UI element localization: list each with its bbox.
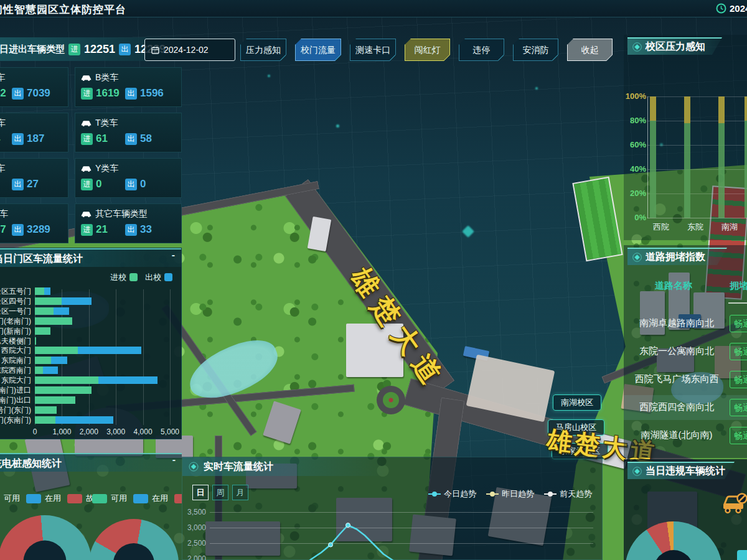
legend-label: 在用	[152, 493, 168, 504]
out-count: 3289	[27, 223, 50, 236]
y-axis	[647, 96, 648, 218]
out-badge: 出	[12, 179, 24, 190]
gate-name: 东院大门	[0, 376, 31, 385]
map-glow-dot	[535, 87, 538, 90]
column-congestion-index: 拥堵指数	[730, 280, 747, 292]
gate-chart-legend: 进校 出校	[110, 272, 172, 283]
map-glow-dot	[268, 75, 270, 77]
congestion-row[interactable]: 南湖隧道(北向南)畅通	[624, 423, 747, 448]
gate-bar-row: 逸夫楼侧门	[0, 337, 182, 347]
gridline	[647, 121, 747, 121]
realtime-line-chart	[182, 457, 603, 560]
y-tick-label: 20%	[624, 189, 646, 198]
congestion-panel-title: 道路拥堵指数	[646, 249, 705, 265]
app-header: 韧性智慧园区立体防控平台 2024	[0, 0, 747, 17]
congestion-row[interactable]: 西院西四舍南向北畅通	[624, 395, 747, 420]
road-name: 东院一公寓南向北	[627, 345, 726, 357]
in-badge: 进	[81, 179, 93, 190]
charging-pie-1	[0, 515, 92, 560]
gate-traffic-panel: 当日门区车流量统计 - 进校 出校 01,0002,0003,0004,0005…	[0, 248, 182, 439]
road-congestion-panel: 道路拥堵指数 道路名称 拥堵指数 南湖卓越路南向北畅通东院一公寓南向北畅通西院飞…	[624, 245, 747, 458]
charging-legend-item: 在用	[133, 493, 168, 504]
bar-in	[35, 386, 92, 394]
bar-in	[35, 376, 98, 384]
charging-legend-1: 可用在用故障	[0, 493, 102, 504]
bar-in	[35, 406, 57, 414]
car-icon	[81, 119, 92, 127]
gate-name: 东院南门	[0, 356, 31, 365]
toolbar-button[interactable]: 安消防	[513, 39, 558, 61]
in-total: 12251	[84, 43, 115, 56]
toolbar-button[interactable]: 违停	[459, 39, 504, 61]
minimize-button[interactable]: -	[172, 250, 175, 261]
roundabout	[377, 386, 405, 414]
diamond-icon	[632, 42, 642, 52]
bar-in	[35, 347, 78, 354]
pressure-bar	[745, 96, 747, 218]
legend-label: 可用	[4, 493, 20, 504]
in-count: 7052	[0, 87, 9, 100]
app-title: 韧性智慧园区立体防控平台	[0, 2, 126, 17]
y-tick-label: 100%	[624, 91, 646, 101]
in-badge: 进	[81, 133, 93, 145]
toolbar-button[interactable]: 收起	[567, 39, 613, 61]
gate-bar-row: 余区五号门	[0, 287, 182, 297]
y-tick-label: 80%	[624, 116, 646, 125]
bar-out	[51, 357, 67, 364]
bar-in	[35, 357, 51, 364]
vehicle-card: Y类车进0出0	[75, 158, 182, 198]
congestion-row[interactable]: 西院飞马广场东向西畅通	[624, 367, 747, 392]
gate-bar-row: 西院大门	[0, 346, 182, 356]
car-icon	[81, 165, 92, 172]
toolbar-button[interactable]: 校门流量	[295, 39, 341, 61]
legend-swatch	[133, 494, 148, 503]
toolbar-button[interactable]: 压力感知	[240, 39, 286, 61]
charging-legend-item: 在用	[26, 493, 61, 504]
date-value: 2024-12-02	[164, 45, 209, 55]
in-badge: 进	[81, 224, 93, 236]
gate-bar-row: 东院南门	[0, 356, 182, 366]
car-icon	[81, 210, 92, 218]
out-count: 0	[140, 178, 146, 190]
bar-in	[35, 366, 43, 374]
gate-name: 东院西南门	[0, 366, 31, 375]
out-badge: 出	[12, 133, 24, 145]
in-count: 21	[96, 223, 122, 236]
violation-panel-banner: 当日违规车辆统计	[627, 462, 735, 479]
legend-swatch	[92, 494, 107, 503]
column-road-name: 道路名称	[655, 280, 692, 292]
charging-pie-2	[89, 519, 179, 560]
congestion-row[interactable]: 南湖卓越路南向北畅通	[624, 311, 747, 336]
toolbar-button[interactable]: 测速卡口	[350, 39, 396, 61]
bar-in	[35, 307, 54, 315]
charging-legend-item: 可用	[0, 493, 20, 504]
out-badge: 出	[125, 88, 137, 100]
congestion-status-badge: 畅通	[730, 371, 747, 388]
congestion-row[interactable]: 东院一公寓南向北畅通	[624, 339, 747, 364]
road-name: 南湖隧道(北向南)	[627, 429, 726, 441]
minimize-button[interactable]: -	[172, 454, 176, 465]
congestion-status-badge: 畅通	[730, 399, 747, 416]
bar-out	[54, 307, 69, 315]
gate-bar-row: 号门(东南门)	[0, 416, 182, 426]
out-badge: 出	[125, 179, 137, 190]
gate-bar-row: 门(南门)出口	[0, 396, 182, 406]
pressure-category-label: 南湖	[716, 222, 743, 233]
diamond-icon	[632, 467, 642, 476]
out-badge: 出	[12, 224, 24, 236]
calendar-icon	[151, 46, 159, 54]
gridline	[647, 96, 747, 97]
date-picker[interactable]: 2024-12-02	[144, 39, 235, 61]
gate-panel-title: 当日门区车流量统计	[0, 248, 181, 267]
campus-label-nanhu[interactable]: 南湖校区	[553, 394, 601, 411]
campus-pressure-panel: 校区压力感知 100%80%60%40%20%0%西院东院南湖	[624, 35, 747, 240]
vehicle-card: E类车进27出27	[0, 158, 68, 198]
in-count: 61	[96, 133, 122, 145]
map-glow-dot	[336, 124, 339, 128]
gridline	[647, 194, 747, 194]
clock-text: 2024	[730, 3, 747, 14]
toolbar-button[interactable]: 闯红灯	[405, 39, 450, 61]
charging-legend-item: 故障	[174, 493, 182, 504]
vehicle-card: 来访车进3287出3289	[0, 203, 68, 243]
gate-bar-row: 南2门(新南门)	[0, 327, 182, 337]
